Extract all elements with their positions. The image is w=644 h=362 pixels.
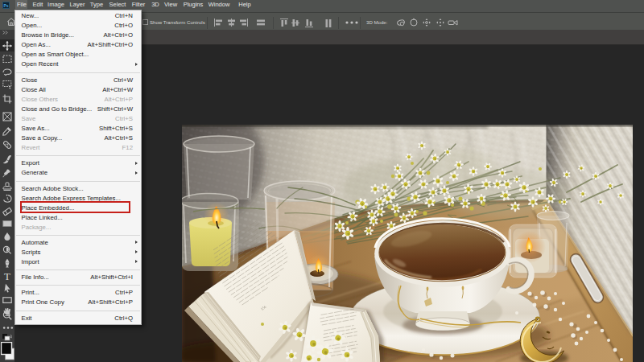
svg-text:T: T (4, 271, 10, 281)
